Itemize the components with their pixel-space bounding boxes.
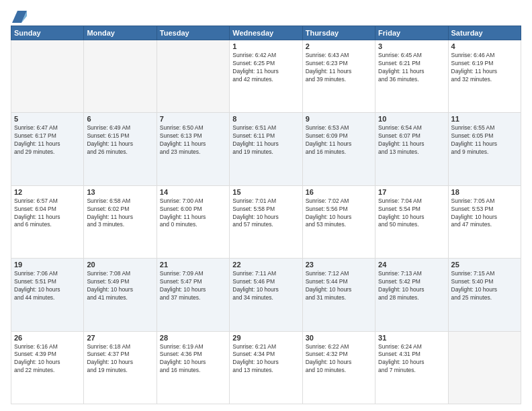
day-number: 10: [378, 115, 445, 123]
day-info: Sunrise: 6:58 AM Sunset: 6:02 PM Dayligh…: [87, 197, 153, 230]
weekday-header-saturday: Saturday: [448, 26, 521, 40]
day-info: Sunrise: 6:21 AM Sunset: 4:34 PM Dayligh…: [232, 343, 299, 375]
day-cell-11: 11Sunrise: 6:55 AM Sunset: 6:05 PM Dayli…: [448, 113, 521, 185]
day-number: 19: [14, 261, 81, 269]
day-number: 24: [378, 261, 445, 269]
logo-icon: [12, 11, 27, 23]
day-info: Sunrise: 7:05 AM Sunset: 5:53 PM Dayligh…: [451, 197, 518, 230]
day-cell-9: 9Sunrise: 6:53 AM Sunset: 6:09 PM Daylig…: [302, 113, 375, 185]
day-info: Sunrise: 7:09 AM Sunset: 5:47 PM Dayligh…: [160, 270, 226, 302]
day-number: 7: [160, 115, 226, 123]
week-row-3: 12Sunrise: 6:57 AM Sunset: 6:04 PM Dayli…: [11, 185, 521, 258]
day-info: Sunrise: 6:53 AM Sunset: 6:09 PM Dayligh…: [306, 124, 372, 156]
day-number: 26: [14, 334, 81, 342]
day-cell-12: 12Sunrise: 6:57 AM Sunset: 6:04 PM Dayli…: [11, 185, 84, 258]
day-number: 30: [306, 334, 372, 342]
day-cell-31: 31Sunrise: 6:24 AM Sunset: 4:31 PM Dayli…: [375, 331, 448, 404]
day-info: Sunrise: 7:13 AM Sunset: 5:42 PM Dayligh…: [378, 270, 445, 302]
day-cell-2: 2Sunrise: 6:43 AM Sunset: 6:23 PM Daylig…: [302, 40, 375, 113]
day-cell-28: 28Sunrise: 6:19 AM Sunset: 4:36 PM Dayli…: [157, 331, 229, 404]
weekday-header-friday: Friday: [375, 26, 448, 40]
empty-cell: [157, 40, 229, 113]
day-number: 25: [451, 261, 518, 269]
day-info: Sunrise: 7:01 AM Sunset: 5:58 PM Dayligh…: [232, 197, 299, 230]
weekday-header-wednesday: Wednesday: [230, 26, 302, 40]
logo: [11, 11, 27, 20]
day-info: Sunrise: 6:24 AM Sunset: 4:31 PM Dayligh…: [378, 343, 445, 375]
day-cell-13: 13Sunrise: 6:58 AM Sunset: 6:02 PM Dayli…: [84, 185, 157, 258]
weekday-header-row: SundayMondayTuesdayWednesdayThursdayFrid…: [11, 26, 521, 40]
day-cell-10: 10Sunrise: 6:54 AM Sunset: 6:07 PM Dayli…: [375, 113, 448, 185]
day-number: 1: [232, 42, 299, 50]
day-number: 22: [232, 261, 299, 269]
day-info: Sunrise: 7:00 AM Sunset: 6:00 PM Dayligh…: [160, 197, 226, 230]
week-row-4: 19Sunrise: 7:06 AM Sunset: 5:51 PM Dayli…: [11, 259, 521, 331]
day-number: 11: [451, 115, 518, 123]
day-info: Sunrise: 7:11 AM Sunset: 5:46 PM Dayligh…: [232, 270, 299, 302]
day-cell-19: 19Sunrise: 7:06 AM Sunset: 5:51 PM Dayli…: [11, 259, 84, 331]
day-number: 9: [306, 115, 372, 123]
day-info: Sunrise: 6:54 AM Sunset: 6:07 PM Dayligh…: [378, 124, 445, 156]
calendar: SundayMondayTuesdayWednesdayThursdayFrid…: [11, 26, 521, 404]
day-info: Sunrise: 7:12 AM Sunset: 5:44 PM Dayligh…: [306, 270, 372, 302]
day-cell-30: 30Sunrise: 6:22 AM Sunset: 4:32 PM Dayli…: [302, 331, 375, 404]
weekday-header-monday: Monday: [84, 26, 157, 40]
day-cell-21: 21Sunrise: 7:09 AM Sunset: 5:47 PM Dayli…: [157, 259, 229, 331]
header: [11, 11, 521, 20]
day-cell-23: 23Sunrise: 7:12 AM Sunset: 5:44 PM Dayli…: [302, 259, 375, 331]
day-info: Sunrise: 7:04 AM Sunset: 5:54 PM Dayligh…: [378, 197, 445, 230]
day-info: Sunrise: 6:42 AM Sunset: 6:25 PM Dayligh…: [232, 52, 299, 84]
day-number: 13: [87, 188, 153, 196]
weekday-header-sunday: Sunday: [11, 26, 84, 40]
day-cell-20: 20Sunrise: 7:08 AM Sunset: 5:49 PM Dayli…: [84, 259, 157, 331]
day-info: Sunrise: 6:16 AM Sunset: 4:39 PM Dayligh…: [14, 343, 81, 375]
day-info: Sunrise: 6:57 AM Sunset: 6:04 PM Dayligh…: [14, 197, 81, 230]
day-cell-8: 8Sunrise: 6:51 AM Sunset: 6:11 PM Daylig…: [230, 113, 302, 185]
day-number: 29: [232, 334, 299, 342]
day-number: 20: [87, 261, 153, 269]
day-info: Sunrise: 6:49 AM Sunset: 6:15 PM Dayligh…: [87, 124, 153, 156]
day-cell-26: 26Sunrise: 6:16 AM Sunset: 4:39 PM Dayli…: [11, 331, 84, 404]
day-info: Sunrise: 6:55 AM Sunset: 6:05 PM Dayligh…: [451, 124, 518, 156]
day-cell-3: 3Sunrise: 6:45 AM Sunset: 6:21 PM Daylig…: [375, 40, 448, 113]
day-cell-4: 4Sunrise: 6:46 AM Sunset: 6:19 PM Daylig…: [448, 40, 521, 113]
day-number: 28: [160, 334, 226, 342]
day-number: 16: [306, 188, 372, 196]
day-number: 21: [160, 261, 226, 269]
day-number: 18: [451, 188, 518, 196]
day-cell-6: 6Sunrise: 6:49 AM Sunset: 6:15 PM Daylig…: [84, 113, 157, 185]
day-info: Sunrise: 7:06 AM Sunset: 5:51 PM Dayligh…: [14, 270, 81, 302]
day-info: Sunrise: 7:02 AM Sunset: 5:56 PM Dayligh…: [306, 197, 372, 230]
day-cell-16: 16Sunrise: 7:02 AM Sunset: 5:56 PM Dayli…: [302, 185, 375, 258]
week-row-5: 26Sunrise: 6:16 AM Sunset: 4:39 PM Dayli…: [11, 331, 521, 404]
day-number: 14: [160, 188, 226, 196]
day-info: Sunrise: 6:45 AM Sunset: 6:21 PM Dayligh…: [378, 52, 445, 84]
day-cell-17: 17Sunrise: 7:04 AM Sunset: 5:54 PM Dayli…: [375, 185, 448, 258]
day-number: 3: [378, 42, 445, 50]
week-row-1: 1Sunrise: 6:42 AM Sunset: 6:25 PM Daylig…: [11, 40, 521, 113]
day-cell-25: 25Sunrise: 7:15 AM Sunset: 5:40 PM Dayli…: [448, 259, 521, 331]
week-row-2: 5Sunrise: 6:47 AM Sunset: 6:17 PM Daylig…: [11, 113, 521, 185]
day-cell-18: 18Sunrise: 7:05 AM Sunset: 5:53 PM Dayli…: [448, 185, 521, 258]
day-cell-1: 1Sunrise: 6:42 AM Sunset: 6:25 PM Daylig…: [230, 40, 302, 113]
weekday-header-tuesday: Tuesday: [157, 26, 229, 40]
day-number: 15: [232, 188, 299, 196]
day-info: Sunrise: 7:15 AM Sunset: 5:40 PM Dayligh…: [451, 270, 518, 302]
empty-cell: [448, 331, 521, 404]
day-number: 5: [14, 115, 81, 123]
day-number: 2: [306, 42, 372, 50]
day-info: Sunrise: 6:46 AM Sunset: 6:19 PM Dayligh…: [451, 52, 518, 84]
day-cell-22: 22Sunrise: 7:11 AM Sunset: 5:46 PM Dayli…: [230, 259, 302, 331]
weekday-header-thursday: Thursday: [302, 26, 375, 40]
empty-cell: [11, 40, 84, 113]
day-info: Sunrise: 6:51 AM Sunset: 6:11 PM Dayligh…: [232, 124, 299, 156]
day-info: Sunrise: 6:43 AM Sunset: 6:23 PM Dayligh…: [306, 52, 372, 84]
day-cell-15: 15Sunrise: 7:01 AM Sunset: 5:58 PM Dayli…: [230, 185, 302, 258]
day-info: Sunrise: 6:22 AM Sunset: 4:32 PM Dayligh…: [306, 343, 372, 375]
empty-cell: [84, 40, 157, 113]
page: SundayMondayTuesdayWednesdayThursdayFrid…: [0, 0, 532, 411]
day-info: Sunrise: 6:47 AM Sunset: 6:17 PM Dayligh…: [14, 124, 81, 156]
day-number: 31: [378, 334, 445, 342]
day-number: 8: [232, 115, 299, 123]
day-info: Sunrise: 6:50 AM Sunset: 6:13 PM Dayligh…: [160, 124, 226, 156]
